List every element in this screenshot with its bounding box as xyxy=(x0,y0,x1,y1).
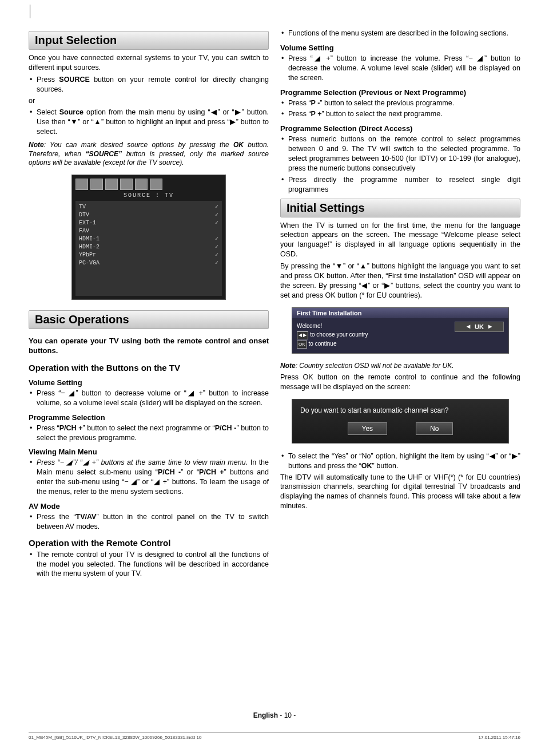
bullet: Press directly the programme number to r… xyxy=(280,175,520,195)
bullet: Press “− ◢”/ “◢ +” buttons at the same t… xyxy=(29,458,269,497)
osd-row: FAV xyxy=(79,227,218,235)
bullet: Press “◢ +” button to increase the volum… xyxy=(280,54,520,83)
subheading: Viewing Main Menu xyxy=(29,448,269,456)
osd-icon xyxy=(120,179,133,190)
osd-icon xyxy=(75,179,88,190)
bullet: Press “P +” button to select the next pr… xyxy=(280,109,520,119)
osd-first-time-install: First Time Installation Welcome! ◀ ▶to c… xyxy=(292,307,509,354)
para: When the TV is turned on for the first t… xyxy=(280,221,520,260)
right-column: Functions of the menu system are describ… xyxy=(280,29,520,580)
subheading: Programme Selection (Direct Access) xyxy=(280,124,520,133)
no-button: No xyxy=(416,422,453,435)
bullet: Select Source option from the main menu … xyxy=(29,108,269,137)
yes-button: Yes xyxy=(348,422,388,435)
left-column: Input Selection Once you have connected … xyxy=(29,29,269,580)
or-text: or xyxy=(29,96,269,106)
country-selector: ◀ UK ▶ xyxy=(455,322,504,332)
osd-list: TV✓ DTV✓ EXT-1✓ FAV HDMI-1✓ HDMI-2✓ YPbP… xyxy=(75,201,222,296)
osd-row: DTV✓ xyxy=(79,211,218,219)
subheading: Volume Setting xyxy=(29,378,269,387)
note: Note: You can mark desired source option… xyxy=(29,141,269,168)
osd-row: TV✓ xyxy=(79,203,218,211)
para: Once you have connected external systems… xyxy=(29,53,269,73)
osd-title: SOURCE : TV xyxy=(75,192,222,199)
bullet: Press numeric buttons on the remote cont… xyxy=(280,134,520,173)
osd-question: Do you want to start an automatic channe… xyxy=(300,406,500,414)
osd-row: HDMI-1✓ xyxy=(79,235,218,243)
osd-icon xyxy=(150,179,162,190)
osd-body: Welcome! ◀ ▶to choose your country OKto … xyxy=(297,322,368,349)
subheading: Programme Selection xyxy=(29,413,269,422)
bullet: Functions of the menu system are describ… xyxy=(280,29,520,38)
subheading: Operation with the Buttons on the TV xyxy=(29,363,269,373)
subheading: Programme Selection (Previous or Next Pr… xyxy=(280,88,520,97)
osd-icon xyxy=(105,179,118,190)
osd-row: HDMI-2✓ xyxy=(79,243,218,251)
para: By pressing the “▼” or “▲” buttons highl… xyxy=(280,262,520,300)
bullet: Press SOURCE button on your remote contr… xyxy=(29,75,269,94)
page-footer: English - 10 - xyxy=(0,711,549,719)
heading-basic-operations: Basic Operations xyxy=(29,310,269,329)
subheading: Volume Setting xyxy=(280,43,520,52)
osd-source-menu: SOURCE : TV TV✓ DTV✓ EXT-1✓ FAV HDMI-1✓ … xyxy=(71,175,226,300)
para: Press OK button on the remote control to… xyxy=(280,373,520,392)
osd-icon xyxy=(135,179,148,190)
right-arrow-icon: ▶ xyxy=(488,324,492,329)
bullet: To select the “Yes” or “No” option, high… xyxy=(280,452,520,471)
bullet: Press “P -” button to select the previou… xyxy=(280,98,520,108)
print-metadata: 01_MB45M_[GB]_5110UK_IDTV_NICKEL13_32882… xyxy=(29,732,520,740)
note: Note: Country selection OSD will not be … xyxy=(280,362,520,371)
osd-row: PC-VGA✓ xyxy=(79,259,218,267)
ok-key-icon: OK xyxy=(297,341,307,349)
osd-icon xyxy=(90,179,103,190)
subheading: AV Mode xyxy=(29,502,269,510)
osd-title: First Time Installation xyxy=(292,308,508,318)
osd-row: YPbPr✓ xyxy=(79,251,218,259)
bullet: Press the “TV/AV” button in the control … xyxy=(29,512,269,532)
indd-timestamp: 17.01.2011 15:47:16 xyxy=(479,735,520,740)
osd-row: EXT-1✓ xyxy=(79,219,218,227)
left-arrow-icon: ◀ xyxy=(467,324,470,329)
osd-scan-dialog: Do you want to start an automatic channe… xyxy=(292,399,509,444)
lead-para: You can operate your TV using both the r… xyxy=(29,336,269,356)
subheading: Operation with the Remote Control xyxy=(29,538,269,548)
indd-filename: 01_MB45M_[GB]_5110UK_IDTV_NICKEL13_32882… xyxy=(29,735,201,740)
para: The IDTV will automatically tune to the … xyxy=(280,473,520,512)
bullet: The remote control of your TV is designe… xyxy=(29,550,269,579)
heading-initial-settings: Initial Settings xyxy=(280,199,520,217)
heading-input-selection: Input Selection xyxy=(29,31,269,50)
left-right-icon: ◀ ▶ xyxy=(297,331,308,339)
bullet: Press “P/CH +” button to select the next… xyxy=(29,423,269,443)
bullet: Press “− ◢” button to decrease volume or… xyxy=(29,389,269,408)
